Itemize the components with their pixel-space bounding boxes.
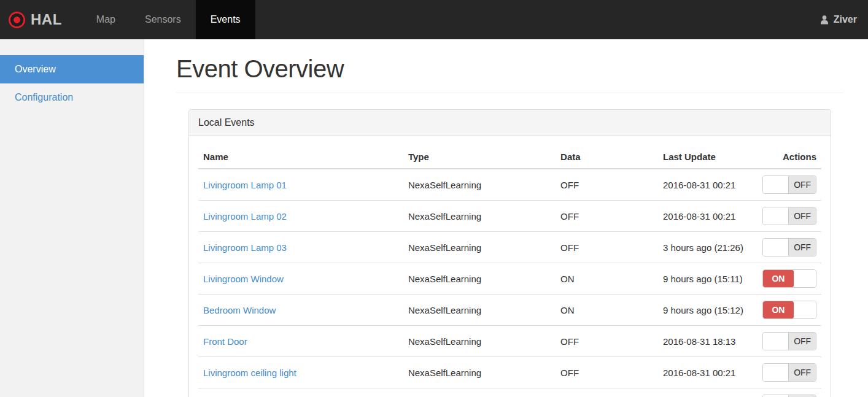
device-data-cell: OFF [556,201,658,232]
page-header: Event Overview [176,55,843,93]
power-toggle[interactable]: OFF [762,207,816,225]
table-header-row: Name Type Data Last Update Actions [198,145,821,169]
events-table: Name Type Data Last Update Actions Livin… [198,145,821,397]
actions-cell: OFF [758,201,821,232]
device-type-cell: NexaSelfLearning [403,295,556,326]
last-update-cell: 9 hours ago (15:11) [658,263,758,295]
user-menu[interactable]: Ziver [808,0,868,39]
device-type-cell: NexaSelfLearning [403,169,556,201]
power-toggle[interactable]: OFF [762,175,816,194]
device-name-link[interactable]: Front Door [203,336,247,347]
last-update-cell: 2016-08-31 00:21 [658,201,758,232]
toggle-on-segment[interactable]: ON [763,301,794,318]
toggle-on-segment[interactable] [763,207,788,225]
actions-cell: OFF [758,326,821,357]
brand-title: HAL [31,11,62,28]
device-name-link[interactable]: Livingroom ceiling light [203,368,296,378]
device-data-cell: OFF [556,232,658,263]
actions-cell: OFF [758,232,821,263]
panel-title: Local Events [189,110,831,136]
toggle-on-segment[interactable] [763,333,788,350]
column-header-last-update: Last Update [658,145,758,169]
table-row: Livingroom Lamp 03NexaSelfLearningOFF3 h… [198,232,821,263]
device-type-cell: NexaSelfLearning [403,201,556,232]
main-content: Event Overview Local Events Name Type Da… [144,39,868,397]
last-update-cell: 2016-08-31 18:13 [658,326,758,357]
actions-cell: OFF [758,169,821,201]
device-type-cell: NexaSelfLearning [403,232,556,263]
toggle-on-segment[interactable] [763,364,788,381]
table-row: Livingroom WindowNexaSelfLearningON9 hou… [198,263,821,295]
power-toggle[interactable]: ON [762,301,816,319]
toggle-off-segment[interactable]: OFF [788,333,816,350]
toggle-off-segment[interactable]: OFF [788,239,816,256]
device-data-cell: OFF [556,388,658,397]
power-toggle[interactable]: OFF [762,395,816,397]
panel-body: Name Type Data Last Update Actions Livin… [189,136,831,397]
power-toggle[interactable]: OFF [762,363,816,382]
device-name-link[interactable]: Livingroom Window [203,274,284,284]
device-data-cell: OFF [556,357,658,388]
device-data-cell: ON [556,263,658,295]
device-name-link[interactable]: Livingroom Lamp 01 [203,180,287,190]
device-type-cell: NexaSelfLearning [403,326,556,357]
device-name-link[interactable]: Livingroom Lamp 02 [203,211,287,222]
power-toggle[interactable]: OFF [762,332,816,350]
toggle-on-segment[interactable]: ON [763,270,794,287]
page-title: Event Overview [176,55,843,83]
toggle-off-segment[interactable] [794,301,816,318]
column-header-name: Name [198,145,403,169]
power-toggle[interactable]: ON [762,269,816,288]
column-header-type: Type [403,145,556,169]
toggle-off-segment[interactable]: OFF [788,176,816,193]
toggle-off-segment[interactable] [794,270,816,287]
local-events-panel: Local Events Name Type Data Last Update … [188,109,831,397]
toggle-on-segment[interactable] [763,176,788,193]
table-row: Diningroom ceiling lightNexaSelfLearning… [198,388,821,397]
sidebar-item-overview[interactable]: Overview [0,55,144,83]
toggle-on-segment[interactable] [763,239,788,256]
main-nav: Map Sensors Events [82,0,255,39]
device-name-link[interactable]: Livingroom Lamp 03 [203,242,287,253]
actions-cell: OFF [758,357,821,388]
device-data-cell: ON [556,295,658,326]
nav-item-sensors[interactable]: Sensors [130,0,196,39]
sidebar: Overview Configuration [0,39,144,397]
device-type-cell: NexaSelfLearning [403,357,556,388]
table-row: Livingroom Lamp 01NexaSelfLearningOFF201… [198,169,821,201]
user-name: Ziver [834,14,857,25]
device-data-cell: OFF [556,169,658,201]
person-icon [819,14,830,25]
table-row: Livingroom Lamp 02NexaSelfLearningOFF201… [198,201,821,232]
toggle-off-segment[interactable]: OFF [788,207,816,225]
actions-cell: ON [758,295,821,326]
brand[interactable]: HAL [0,0,73,39]
sidebar-item-configuration[interactable]: Configuration [0,83,144,112]
actions-cell: ON [758,263,821,295]
nav-item-map[interactable]: Map [82,0,130,39]
last-update-cell: 2016-08-31 00:21 [658,388,758,397]
device-type-cell: NexaSelfLearning [403,263,556,295]
last-update-cell: 9 hours ago (15:12) [658,295,758,326]
hal-logo-icon [9,12,25,28]
table-row: Bedroom WindowNexaSelfLearningON9 hours … [198,295,821,326]
last-update-cell: 3 hours ago (21:26) [658,232,758,263]
column-header-data: Data [556,145,658,169]
top-navbar: HAL Map Sensors Events Ziver [0,0,868,39]
last-update-cell: 2016-08-31 00:21 [658,169,758,201]
column-header-actions: Actions [758,145,821,169]
nav-item-events[interactable]: Events [196,0,255,39]
toggle-off-segment[interactable]: OFF [788,364,816,381]
device-type-cell: NexaSelfLearning [403,388,556,397]
table-row: Livingroom ceiling lightNexaSelfLearning… [198,357,821,388]
last-update-cell: 2016-08-31 00:21 [658,357,758,388]
device-name-link[interactable]: Bedroom Window [203,305,276,315]
power-toggle[interactable]: OFF [762,238,816,256]
device-data-cell: OFF [556,326,658,357]
actions-cell: OFF [758,388,821,397]
table-row: Front DoorNexaSelfLearningOFF2016-08-31 … [198,326,821,357]
